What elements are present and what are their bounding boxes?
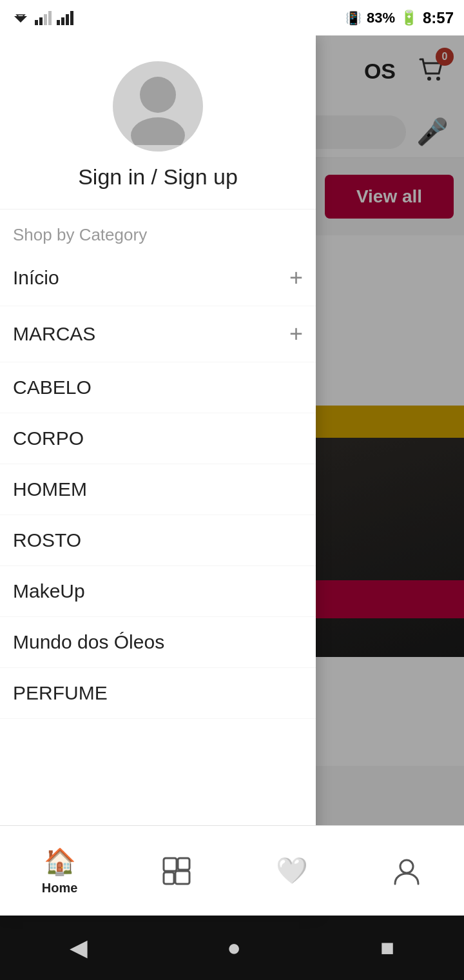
- menu-item-label-mundooleos: Mundo dos Óleos: [13, 631, 164, 653]
- avatar[interactable]: [113, 61, 203, 152]
- home-button[interactable]: ●: [227, 934, 241, 961]
- svg-rect-15: [178, 858, 189, 870]
- sidebar-header: Sign in / Sign up: [0, 35, 316, 210]
- menu-item-plus-marcas: +: [289, 320, 303, 348]
- dim-overlay[interactable]: [316, 35, 464, 916]
- menu-item-plus-inicio: +: [289, 264, 303, 291]
- signal2-icon: [57, 11, 75, 25]
- menu-list: Início+MARCAS+CABELOCORPOHOMEMROSTOMakeU…: [0, 250, 316, 719]
- nav-profile[interactable]: [391, 856, 422, 887]
- svg-rect-5: [48, 11, 52, 25]
- wifi-icon: [10, 11, 31, 25]
- nav-favorites[interactable]: 🤍: [276, 856, 308, 886]
- vibrate-icon: 📳: [345, 10, 362, 26]
- svg-rect-4: [44, 14, 47, 25]
- battery-percent: 83%: [367, 10, 395, 26]
- status-bar: 📳 83% 🔋 8:57: [0, 0, 464, 35]
- home-icon: 🏠: [44, 847, 76, 877]
- status-bar-right: 📳 83% 🔋 8:57: [345, 9, 454, 27]
- menu-item-mundooleos[interactable]: Mundo dos Óleos: [0, 617, 316, 668]
- svg-rect-8: [66, 14, 69, 25]
- main-container: OS 0 ? 🎤 View all: [0, 35, 464, 980]
- back-button[interactable]: ◀: [70, 934, 88, 961]
- menu-item-makeup[interactable]: MakeUp: [0, 566, 316, 617]
- menu-item-label-cabelo: CABELO: [13, 377, 92, 398]
- nav-home[interactable]: 🏠 Home: [42, 847, 78, 896]
- menu-item-corpo[interactable]: CORPO: [0, 413, 316, 464]
- battery-icon: 🔋: [400, 10, 418, 26]
- android-nav: ◀ ● ■: [0, 916, 464, 980]
- category-label: Shop by Category: [13, 225, 303, 245]
- bottom-nav: 🏠 Home 🤍: [0, 825, 464, 916]
- signal-icon: [35, 11, 53, 25]
- menu-item-label-corpo: CORPO: [13, 427, 84, 449]
- svg-point-12: [140, 77, 176, 113]
- home-label: Home: [42, 881, 78, 896]
- menu-item-label-perfume: PERFUME: [13, 682, 108, 704]
- avatar-silhouette: [113, 61, 203, 152]
- sign-in-label[interactable]: Sign in / Sign up: [78, 164, 238, 190]
- svg-rect-6: [57, 20, 60, 25]
- menu-item-label-marcas: MARCAS: [13, 323, 95, 345]
- svg-rect-2: [35, 20, 38, 25]
- svg-rect-7: [61, 17, 64, 25]
- recent-button[interactable]: ■: [380, 934, 394, 961]
- category-section: Shop by Category: [0, 210, 316, 250]
- nav-palette[interactable]: [161, 856, 192, 887]
- svg-rect-9: [70, 11, 73, 25]
- svg-rect-3: [39, 17, 43, 25]
- menu-item-label-rosto: ROSTO: [13, 529, 81, 551]
- menu-item-rosto[interactable]: ROSTO: [0, 515, 316, 566]
- menu-item-marcas[interactable]: MARCAS+: [0, 306, 316, 362]
- sidebar-drawer: Sign in / Sign up Shop by Category Iníci…: [0, 35, 316, 916]
- palette-icon: [161, 856, 192, 887]
- menu-item-cabelo[interactable]: CABELO: [0, 362, 316, 413]
- menu-item-label-homem: HOMEM: [13, 478, 87, 500]
- svg-rect-16: [164, 872, 174, 884]
- favorites-icon: 🤍: [276, 856, 308, 886]
- menu-item-perfume[interactable]: PERFUME: [0, 668, 316, 719]
- svg-point-18: [400, 860, 413, 873]
- menu-item-label-inicio: Início: [13, 267, 59, 289]
- svg-rect-14: [164, 858, 177, 871]
- profile-icon: [391, 856, 422, 887]
- menu-item-inicio[interactable]: Início+: [0, 250, 316, 306]
- time-display: 8:57: [423, 9, 454, 27]
- avatar-svg: [122, 68, 193, 145]
- status-bar-left: [10, 11, 75, 25]
- svg-point-13: [131, 117, 185, 145]
- svg-rect-17: [175, 871, 189, 884]
- menu-item-label-makeup: MakeUp: [13, 580, 85, 602]
- menu-item-homem[interactable]: HOMEM: [0, 464, 316, 515]
